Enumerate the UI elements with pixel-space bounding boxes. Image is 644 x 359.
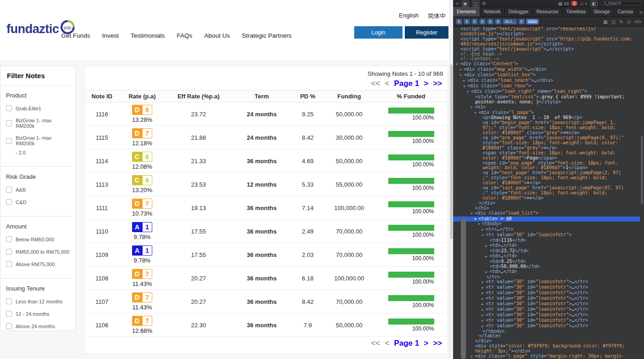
language-link[interactable]: 简体中 — [428, 12, 446, 20]
pagination-last[interactable]: >> — [433, 339, 442, 348]
note-row[interactable]: 1106D712.68%22.3036 months7.950,000.0010… — [85, 313, 448, 337]
note-row[interactable]: 1107D711.43%20.2736 months8.4270,000.001… — [85, 290, 448, 313]
disclosure-closed-icon[interactable]: ▶ — [482, 308, 486, 313]
filter-option[interactable]: Above 24 months — [6, 323, 70, 329]
columns-icon[interactable]: ◫ — [611, 19, 615, 24]
disclosure-open-icon[interactable]: ▼ — [471, 211, 475, 217]
code-line[interactable]: <td>9.25</td> — [453, 259, 640, 264]
edit-icon[interactable]: ✎ — [619, 19, 623, 24]
nav-link[interactable]: About Us — [204, 32, 230, 39]
breadcrumb-item[interactable]: E — [518, 19, 525, 24]
code-brackets-icon[interactable]: </> — [635, 19, 641, 24]
slash-icon[interactable]: ∅ — [627, 19, 631, 24]
disclosure-open-icon[interactable]: ▼ — [463, 84, 467, 89]
filter-option[interactable]: - 2.0 — [6, 150, 70, 155]
nav-link[interactable]: FAQs — [177, 32, 192, 39]
checkbox[interactable] — [6, 236, 12, 242]
disclosure-open-icon[interactable]: ▼ — [460, 68, 464, 73]
filter-option[interactable]: A&B — [6, 187, 70, 193]
disclosure-closed-icon[interactable]: ▶ — [482, 313, 486, 318]
reload-icon[interactable]: ↻ — [483, 0, 486, 6]
disclosure-closed-icon[interactable]: ▶ — [485, 244, 489, 249]
pagination-next[interactable]: > — [424, 79, 428, 88]
close-icon[interactable]: × — [456, 0, 459, 6]
checkbox[interactable] — [6, 187, 12, 193]
filter-option[interactable]: Less than 12 months — [6, 298, 70, 304]
checkbox[interactable] — [6, 105, 12, 111]
disclosure-closed-icon[interactable]: ▶ — [485, 254, 489, 259]
scrollbar-thumb[interactable] — [450, 64, 453, 239]
grid-icon[interactable]: ▦ — [604, 19, 608, 24]
breadcrumb-item[interactable]: E — [472, 19, 478, 24]
dock-side-icon[interactable]: ▣ — [461, 0, 469, 7]
breadcrumb-item[interactable]: E — [487, 19, 494, 24]
code-line[interactable]: ▼<table> = $0 — [453, 217, 640, 222]
code-line[interactable]: ▼<div class="l_page" style="margin-right… — [453, 354, 640, 359]
note-row[interactable]: 1109A19.78%17.5536 months2.0370,000.0010… — [85, 243, 448, 267]
disclosure-closed-icon[interactable]: ▶ — [482, 228, 486, 233]
disclosure-open-icon[interactable]: ▼ — [478, 222, 482, 227]
checkbox[interactable] — [6, 138, 12, 144]
code-line[interactable]: <td>1116</td> — [453, 238, 640, 243]
tab-debugger[interactable]: Debugger — [505, 7, 533, 17]
code-line[interactable]: <td>50,000.00</td> — [453, 264, 640, 269]
checkbox[interactable] — [6, 249, 12, 255]
disclosure-open-icon[interactable]: ▼ — [456, 62, 460, 67]
breadcrumb-item[interactable]: E — [479, 19, 486, 24]
extra-panel-icon[interactable]: ◧ — [590, 0, 598, 7]
disclosure-open-icon[interactable]: ▼ — [471, 354, 475, 359]
checkbox[interactable] — [6, 311, 12, 317]
disclosure-closed-icon[interactable]: ▶ — [482, 302, 486, 307]
checkbox[interactable] — [6, 298, 12, 304]
nav-link[interactable]: Invest — [102, 32, 119, 39]
checkbox[interactable] — [6, 120, 12, 126]
disclosure-open-icon[interactable]: ▼ — [471, 105, 475, 110]
note-row[interactable]: 1110A19.78%17.5536 months2.4970,000.0010… — [85, 220, 448, 243]
nav-link[interactable]: Strategic Partners — [242, 32, 292, 39]
note-row[interactable]: 1111D710.73%19.1336 months7.14100,000.00… — [85, 196, 448, 220]
code-line[interactable]: ▶<td>…</td> — [453, 243, 640, 249]
code-line[interactable]: ▶<td>…</td> — [453, 254, 640, 259]
breadcrumb-item[interactable]: div.l... — [503, 19, 517, 24]
code-line[interactable]: ;" style="font-size: 18px; font-weight: … — [453, 176, 640, 181]
filter-option[interactable]: BizGrow 1- max RM200k — [6, 118, 70, 129]
register-button[interactable]: Register — [405, 26, 448, 39]
error-count-badge[interactable]: 2 — [571, 1, 577, 6]
pagination-last[interactable]: >> — [433, 79, 442, 88]
disclosure-open-icon[interactable]: ▼ — [460, 73, 464, 78]
disclosure-open-icon[interactable]: ▼ — [474, 217, 478, 222]
disclosure-closed-icon[interactable]: ▶ — [482, 291, 486, 296]
pagination-prev[interactable]: < — [385, 339, 389, 348]
disclosure-closed-icon[interactable]: ▶ — [482, 280, 486, 285]
disclosure-closed-icon[interactable]: ▶ — [482, 285, 486, 291]
device-icon[interactable]: ▢ — [472, 0, 480, 7]
filter-option[interactable]: BizGrow 1- max RM200k — [6, 135, 70, 146]
checkbox[interactable] — [6, 199, 12, 205]
tab-timelines[interactable]: Timelines — [563, 7, 590, 17]
disclosure-closed-icon[interactable]: ▶ — [482, 319, 486, 324]
tab-network[interactable]: Network — [480, 7, 505, 17]
note-row[interactable]: 1114C612.08%21.3336 months4.6950,000.001… — [85, 149, 448, 173]
resource-count-badge[interactable]: ▤ 43 — [558, 1, 569, 6]
pagination-first[interactable]: << — [371, 79, 380, 88]
tab-canvas[interactable]: Canvas — [614, 7, 638, 17]
note-row[interactable]: 1116D813.28%23.7224 months9.2550,000.001… — [85, 103, 448, 126]
code-line[interactable]: <td>23.72</td> — [453, 249, 640, 254]
pagination-next[interactable]: > — [424, 339, 428, 348]
disclosure-open-icon[interactable]: ▼ — [482, 233, 486, 238]
pagination-prev[interactable]: < — [385, 79, 389, 88]
disclosure-closed-icon[interactable]: ▶ — [463, 79, 467, 84]
code-line[interactable]: ▶<tr value="30" id="loaninfotr">…</tr> — [453, 324, 640, 329]
inspector-scrollbar[interactable] — [641, 136, 643, 205]
breadcrumb-item[interactable]: E — [456, 19, 462, 24]
pagination-first[interactable]: << — [371, 339, 380, 348]
disclosure-open-icon[interactable]: ▼ — [467, 90, 471, 95]
breadcrumb-item[interactable]: E — [495, 19, 501, 24]
breadcrumb-item[interactable]: table — [526, 19, 539, 24]
filter-option[interactable]: Grab-Elite1 — [6, 105, 70, 111]
filter-option[interactable]: C&D — [6, 199, 70, 205]
tab-storage[interactable]: Storage — [590, 7, 614, 17]
login-button[interactable]: Login — [354, 26, 402, 39]
checkbox[interactable] — [6, 261, 12, 267]
breadcrumb-item[interactable]: E — [464, 19, 470, 24]
